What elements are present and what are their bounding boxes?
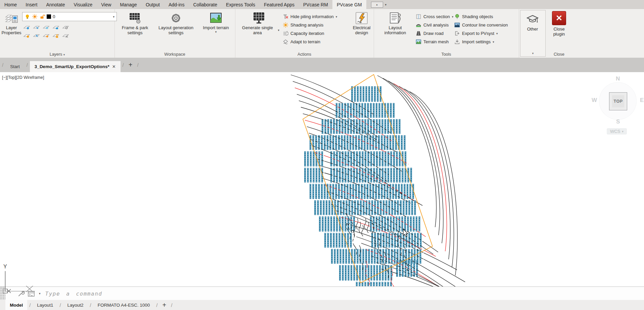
file-tab-start[interactable]: Start [5,61,25,72]
other-panel-caret[interactable]: ▾ [520,51,545,55]
generate-caret-icon: ▾ [278,29,279,32]
layout-tab-model[interactable]: Model [5,300,27,310]
layout-tab-formato[interactable]: FORMATO A4-ESC. 1000 [93,300,154,310]
layout-information-button[interactable]: Layout information [379,11,411,35]
import-terrain-button[interactable]: Import terrain ▾ [199,11,233,34]
capacity-iteration-button[interactable]: Capacity iteration [283,29,337,38]
tab-separator: / [0,62,5,68]
layer-isolate-button[interactable] [31,22,41,31]
layer-properties-button[interactable]: Layer Properties [1,11,21,35]
menu-tab-annotate[interactable]: Annotate [42,0,69,9]
menu-tab-pvcase-rm[interactable]: PVcase RM [299,0,332,9]
menu-tab-output[interactable]: Output [141,0,164,9]
hide-piling-information-button[interactable]: Hide piling information ▾ [283,12,337,21]
layer-off-button[interactable] [21,22,31,31]
menu-tab-insert[interactable]: Insert [21,0,42,9]
compass-west[interactable]: W [592,97,597,104]
adapt-to-terrain-button[interactable]: Adapt to terrain [283,38,337,46]
layer-unisolate-button[interactable] [31,31,41,39]
file-tab-bar: / Start / 3_Demo_SmartUp_ExportOptions* … [0,58,644,72]
layer-select[interactable]: 0 ▾ [22,12,117,21]
shading-analysis-button[interactable]: Shading analysis [283,21,337,29]
cross-section-caret-icon: ▾ [452,15,454,18]
site-layout-drawing [0,72,644,287]
menu-tab-view[interactable]: View [97,0,116,9]
viewport-view-control[interactable]: [Top] [7,75,16,80]
view-cube-top-face[interactable]: TOP [609,92,627,110]
ribbon-collapse-button[interactable]: ▴ [371,2,383,8]
command-bar-grip[interactable] [0,287,5,300]
new-layout-button[interactable]: + [160,301,169,309]
viewport-visual-style-control[interactable]: [2D Wireframe] [16,75,44,80]
import-settings-button[interactable]: Import settings ▾ [454,38,508,46]
layout-tab-bar: / Model / Layout1 / Layout2 / FORMATO A4… [0,300,644,310]
layer-color-swatch [47,14,51,19]
drawing-canvas[interactable]: [−] [Top] [2D Wireframe] N W E S TOP WCS… [0,72,644,287]
viewport-menu-control[interactable]: [−] [2,75,7,80]
menu-tab-featured-apps[interactable]: Featured Apps [260,0,299,9]
menu-tab-home[interactable]: Home [0,0,21,9]
command-window-icon[interactable] [28,290,36,298]
layer-on-icon [25,14,30,19]
customize-wrench-icon[interactable] [17,290,25,297]
file-tab-drawing[interactable]: 3_Demo_SmartUp_ExportOptions* ✕ [30,61,121,72]
panel-label-workspace: Workspace [114,52,235,57]
menu-tab-express-tools[interactable]: Express Tools [222,0,260,9]
menu-tab-visualize[interactable]: Visualize [69,0,97,9]
contour-line-conversion-button[interactable]: Contour line conversion [454,21,508,29]
layer-unlock-button[interactable] [51,31,60,39]
draw-road-button[interactable]: Draw road [416,29,453,38]
export-to-pvsyst-button[interactable]: Export to PVsyst ▾ [454,29,508,38]
electrical-design-button[interactable]: Electrical design [351,11,372,35]
generate-single-area-button[interactable]: Generate single area ▾ [238,11,279,35]
import-terrain-icon [209,11,223,25]
menu-tab-collaborate[interactable]: Collaborate [189,0,222,9]
menu-tab-pvcase-gm[interactable]: PVcase GM [332,0,366,9]
layer-properties-icon [4,11,18,25]
close-tab-icon[interactable]: ✕ [112,64,116,69]
export-icon [454,31,460,36]
frame-park-settings-button[interactable]: Frame & park settings [117,11,153,35]
layer-on-button[interactable] [21,31,31,39]
shading-objects-icon [454,14,460,19]
close-plugin-button[interactable]: ✕ Close plugin [549,11,569,37]
layer-make-current-button[interactable] [60,22,70,31]
panel-tools: Layout information Cross section ▾ Civil… [374,9,519,58]
layer-thaw-icon [32,14,38,19]
panel-label-layers[interactable]: Layers ▾ [0,52,114,57]
compass-north[interactable]: N [616,75,620,82]
command-input[interactable]: Type a command [45,291,102,297]
civil-analysis-icon [416,22,421,28]
cross-section-icon [416,14,421,19]
compass-south[interactable]: S [616,118,620,125]
layer-match-button[interactable] [60,31,70,39]
graduation-cap-icon [525,12,540,27]
layer-thaw-button[interactable] [41,31,51,39]
cross-section-button[interactable]: Cross section ▾ [416,12,453,21]
terrain-mesh-button[interactable]: Terrain mesh [416,38,453,46]
piling-icon [283,14,288,19]
menu-tab-manage[interactable]: Manage [116,0,141,9]
other-button[interactable]: Other [522,12,543,32]
import-settings-caret-icon: ▾ [493,40,494,44]
recent-commands-caret-icon[interactable]: ▾ [39,292,41,295]
ribbon-collapse-caret-icon[interactable]: ▾ [385,3,387,6]
tab-separator: / [57,302,63,308]
shading-objects-button[interactable]: Shading objects [454,12,508,21]
tab-separator: / [121,62,126,68]
tab-separator: / [25,62,30,68]
layout-generation-settings-button[interactable]: Layout generation settings [154,11,198,35]
new-drawing-button[interactable]: + [126,61,135,69]
menu-tab-addins[interactable]: Add-ins [164,0,189,9]
layout-tab-layout1[interactable]: Layout1 [33,300,57,310]
import-settings-icon [454,39,460,45]
layer-lock-button[interactable] [51,22,60,31]
layout-tab-layout2[interactable]: Layout2 [63,300,88,310]
civil-analysis-button[interactable]: Civil analysis [416,21,453,29]
compass-east[interactable]: E [640,97,644,104]
wcs-menu[interactable]: WCS▾ [607,128,627,135]
tab-separator: / [169,302,174,308]
panel-label-tools: Tools [374,52,519,57]
layer-freeze-button[interactable] [41,22,51,31]
layer-tools-grid [21,22,70,39]
